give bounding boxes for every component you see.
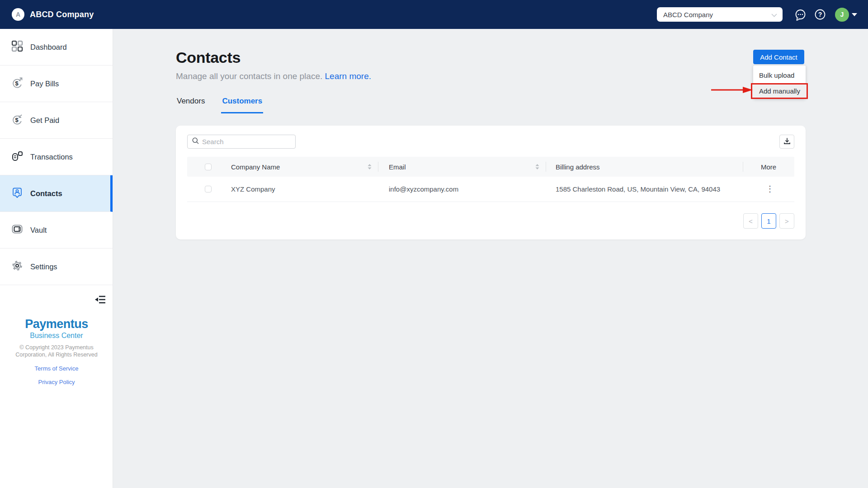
page-title: Contacts — [176, 49, 241, 66]
sidebar-label-settings: Settings — [30, 263, 57, 271]
terms-of-service-link[interactable]: Terms of Service — [0, 365, 113, 372]
transactions-icon — [11, 150, 23, 164]
menu-item-add-manually[interactable]: Add manually — [751, 83, 808, 99]
tab-customers[interactable]: Customers — [221, 97, 263, 113]
search-box — [187, 135, 296, 149]
sidebar-label-transactions: Transactions — [30, 153, 73, 161]
page-subtitle: Manage all your contacts in one place. L… — [176, 71, 371, 81]
dashboard-icon — [11, 40, 23, 54]
column-header-company-name[interactable]: Company Name — [231, 157, 378, 177]
sidebar-item-dashboard[interactable]: Dashboard — [0, 29, 113, 66]
cell-email: info@xyzcompany.com — [378, 185, 546, 193]
menu-item-bulk-upload[interactable]: Bulk upload — [753, 67, 806, 83]
sidebar-item-contacts[interactable]: Contacts — [0, 175, 113, 212]
company-select-value: ABCD Company — [663, 11, 771, 19]
add-contact-menu: Bulk upload Add manually — [753, 66, 806, 99]
annotation-arrow-icon — [710, 86, 754, 96]
column-header-billing-address: Billing address — [546, 157, 743, 177]
sidebar-label-contacts: Contacts — [30, 189, 62, 198]
sidebar-item-vault[interactable]: Vault — [0, 212, 113, 249]
svg-text:?: ? — [818, 11, 822, 18]
page-subtitle-text: Manage all your contacts in one place. — [176, 71, 322, 81]
contacts-tabs: Vendors Customers — [176, 97, 263, 113]
more-header-label: More — [761, 163, 776, 171]
row-checkbox[interactable] — [205, 186, 212, 192]
svg-text:$: $ — [15, 117, 19, 123]
cell-company-name: XYZ Company — [231, 185, 378, 193]
sidebar-footer: Paymentus Business Center © Copyright 20… — [0, 295, 113, 385]
select-all-checkbox[interactable] — [205, 164, 212, 170]
add-contact-button[interactable]: Add Contact — [753, 50, 804, 64]
company-logo: A — [12, 8, 24, 21]
svg-text:$: $ — [15, 80, 19, 87]
paymentus-logo: Paymentus — [0, 317, 113, 331]
sidebar-label-pay-bills: Pay Bills — [30, 80, 59, 88]
contacts-icon — [11, 187, 23, 200]
download-icon — [783, 137, 791, 146]
chat-icon[interactable] — [794, 9, 807, 21]
pagination-page-1-button[interactable]: 1 — [761, 213, 776, 229]
company-name: ABCD Company — [30, 10, 94, 19]
vault-icon — [11, 223, 23, 237]
cell-billing-address: 1585 Charleston Road, US, Mountain View,… — [546, 185, 743, 193]
pagination-next-button[interactable]: > — [779, 213, 794, 229]
table-row: XYZ Company info@xyzcompany.com 1585 Cha… — [187, 177, 794, 202]
download-button[interactable] — [779, 135, 794, 149]
privacy-policy-link[interactable]: Privacy Policy — [0, 379, 113, 385]
sidebar-item-settings[interactable]: Settings — [0, 249, 113, 285]
user-avatar[interactable]: J — [835, 8, 849, 22]
help-icon[interactable]: ? — [814, 9, 826, 21]
chevron-down-icon — [771, 11, 777, 19]
column-header-more: More — [743, 157, 794, 177]
pagination-prev-button[interactable]: < — [743, 213, 758, 229]
row-more-menu-icon[interactable]: ⋮ — [766, 184, 774, 193]
top-navbar: A ABCD Company ABCD Company ? J — [0, 0, 868, 29]
company-select-dropdown[interactable]: ABCD Company — [657, 7, 783, 22]
tab-vendors[interactable]: Vendors — [176, 97, 206, 113]
search-icon — [192, 137, 199, 146]
sidebar-item-transactions[interactable]: Transactions — [0, 139, 113, 175]
sidebar-collapse-icon[interactable] — [95, 295, 106, 306]
sidebar: Dashboard $ Pay Bills $ Get Paid — [0, 29, 113, 488]
learn-more-link[interactable]: Learn more. — [325, 71, 371, 81]
sidebar-item-get-paid[interactable]: $ Get Paid — [0, 102, 113, 139]
search-input[interactable] — [202, 138, 292, 145]
get-paid-icon: $ — [11, 113, 23, 127]
copyright-line-2: Corporation, All Rights Reserved — [0, 351, 113, 358]
user-menu-caret-icon[interactable] — [852, 13, 857, 16]
email-header-label: Email — [389, 163, 406, 171]
column-header-email[interactable]: Email — [378, 157, 546, 177]
settings-icon — [11, 260, 23, 273]
sidebar-label-vault: Vault — [30, 226, 47, 235]
sidebar-label-get-paid: Get Paid — [30, 116, 59, 125]
sidebar-item-pay-bills[interactable]: $ Pay Bills — [0, 66, 113, 102]
company-name-header-label: Company Name — [231, 163, 280, 171]
copyright-line-1: © Copyright 2023 Paymentus — [0, 344, 113, 351]
sort-icon[interactable] — [368, 164, 372, 171]
business-center-label: Business Center — [0, 332, 113, 340]
main-content: Contacts Manage all your contacts in one… — [113, 29, 868, 488]
pagination: < 1 > — [187, 213, 794, 229]
topbar-right: ABCD Company ? J — [657, 0, 868, 29]
sort-icon[interactable] — [535, 164, 539, 171]
contacts-card: Company Name Email Billi — [176, 126, 806, 239]
table-header: Company Name Email Billi — [187, 157, 794, 177]
card-toolbar — [187, 135, 794, 149]
pay-bills-icon: $ — [11, 77, 23, 90]
sidebar-label-dashboard: Dashboard — [30, 43, 67, 52]
billing-header-label: Billing address — [556, 163, 600, 171]
